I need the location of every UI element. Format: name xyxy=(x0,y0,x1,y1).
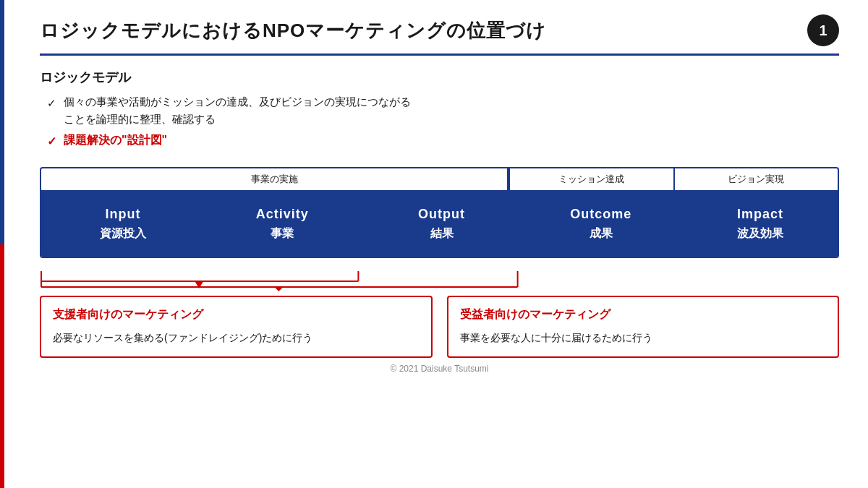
arrow-en-input: Input xyxy=(106,207,141,222)
bullet-item-1: ✓ 個々の事業や活動がミッションの達成、及びビジョンの実現につながることを論理的… xyxy=(47,93,839,128)
bracket-connectors xyxy=(40,270,839,291)
marketing-box-supporter: 支援者向けのマーケティング 必要なリソースを集める(ファンドレイジング)ために行… xyxy=(40,296,433,359)
arrow-en-activity: Activity xyxy=(256,207,309,222)
logic-model-diagram: 事業の実施 ミッション達成 ビジョン実現 Input 資源投入 Activity… xyxy=(40,167,839,258)
header-mission: ミッション達成 xyxy=(509,168,674,190)
arrow-outcome: Outcome 成果 xyxy=(519,192,678,257)
section-title: ロジックモデル xyxy=(40,69,839,86)
checkmark-1: ✓ xyxy=(47,95,56,112)
marketing-box-2-text: 事業を必要な人に十分に届けるために行う xyxy=(460,330,827,347)
arrow-row: Input 資源投入 Activity 事業 Output 結果 Outcome… xyxy=(41,192,838,257)
marketing-boxes-area: 支援者向けのマーケティング 必要なリソースを集める(ファンドレイジング)ために行… xyxy=(40,296,839,359)
header-jigyou: 事業の実施 xyxy=(41,168,509,190)
slide-header: ロジックモデルにおけるNPOマーケティングの位置づけ 1 xyxy=(40,14,839,56)
marketing-box-2-title: 受益者向けのマーケティング xyxy=(460,307,827,322)
bullet-item-2: ✓ 課題解決の"設計図" xyxy=(47,131,839,151)
bullet-text-2: 課題解決の"設計図" xyxy=(64,131,167,150)
slide-content: ロジックモデル ✓ 個々の事業や活動がミッションの達成、及びビジョンの実現につな… xyxy=(40,69,839,474)
arrow-en-output: Output xyxy=(418,207,465,222)
checkmark-2: ✓ xyxy=(47,132,56,151)
arrow-activity: Activity 事業 xyxy=(200,192,359,257)
arrow-jp-output: 結果 xyxy=(430,226,454,241)
marketing-box-1-text: 必要なリソースを集める(ファンドレイジング)ために行う xyxy=(53,330,420,347)
arrow-input: Input 資源投入 xyxy=(41,192,200,257)
diagram-header-row: 事業の実施 ミッション達成 ビジョン実現 xyxy=(41,168,838,192)
bullet-text-1: 個々の事業や活動がミッションの達成、及びビジョンの実現につながることを論理的に整… xyxy=(64,93,411,128)
arrow-jp-impact: 波及効果 xyxy=(737,226,783,241)
footer-copyright: © 2021 Daisuke Tsutsumi xyxy=(40,364,839,374)
svg-marker-7 xyxy=(274,287,283,291)
page-number: 1 xyxy=(807,14,839,46)
accent-bar xyxy=(0,0,4,488)
marketing-box-1-title: 支援者向けのマーケティング xyxy=(53,307,420,322)
bullet-list: ✓ 個々の事業や活動がミッションの達成、及びビジョンの実現につながることを論理的… xyxy=(40,93,839,154)
arrow-jp-outcome: 成果 xyxy=(590,226,613,241)
arrow-jp-input: 資源投入 xyxy=(100,226,146,241)
slide-title: ロジックモデルにおけるNPOマーケティングの位置づけ xyxy=(40,18,546,43)
arrow-en-outcome: Outcome xyxy=(570,207,631,222)
marketing-box-beneficiary: 受益者向けのマーケティング 事業を必要な人に十分に届けるために行う xyxy=(447,296,840,359)
bracket-svg-combined xyxy=(40,270,839,291)
header-vision: ビジョン実現 xyxy=(675,168,838,190)
arrow-impact: Impact 波及効果 xyxy=(678,192,838,257)
arrow-output: Output 結果 xyxy=(359,192,519,257)
arrow-en-impact: Impact xyxy=(737,207,783,222)
arrow-jp-activity: 事業 xyxy=(271,226,294,241)
